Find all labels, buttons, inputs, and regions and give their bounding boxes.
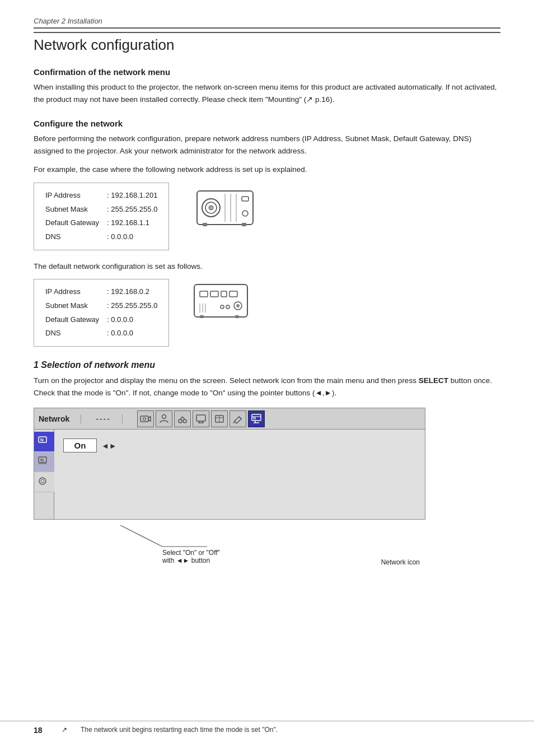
- svg-rect-21: [200, 315, 204, 318]
- svg-point-29: [179, 419, 182, 423]
- svg-rect-13: [210, 291, 218, 297]
- menu-left-icon-n3: [34, 472, 54, 492]
- menu-icon-tool: [174, 410, 191, 427]
- section-confirmation: Confirmation of the network menu When in…: [34, 67, 500, 105]
- menu-title: Netwrok: [39, 414, 81, 423]
- svg-point-28: [162, 414, 166, 418]
- svg-line-54: [120, 525, 162, 547]
- menu-body: N N: [34, 430, 425, 520]
- svg-rect-10: [242, 223, 246, 226]
- svg-text:N: N: [40, 458, 44, 463]
- example-network-row: IP Address : 192.168.1.201 Subnet Mask :…: [34, 183, 500, 250]
- default-intro: The default network configuration is set…: [34, 260, 500, 273]
- svg-point-17: [236, 304, 240, 307]
- menu-icon-pencil: [229, 410, 246, 427]
- svg-text:N: N: [40, 437, 44, 442]
- annotation-button-label: with ◄► button: [162, 557, 210, 564]
- svg-point-23: [221, 305, 224, 309]
- table-row: IP Address : 192.168.1.201: [43, 189, 160, 203]
- svg-point-53: [41, 479, 44, 483]
- menu-icons-row: N: [137, 410, 265, 427]
- svg-rect-14: [221, 291, 227, 297]
- annotation-select-label: Select "On" or "Off": [162, 549, 220, 557]
- configure-body1: Before performing the network configurat…: [34, 133, 500, 157]
- svg-point-52: [39, 478, 46, 484]
- svg-rect-12: [200, 291, 208, 297]
- svg-line-31: [180, 417, 182, 419]
- table-row: IP Address : 192.168.0.2: [43, 285, 160, 299]
- menu-top-bar: Netwrok ----: [34, 408, 425, 430]
- table-row: DNS : 0.0.0.0: [43, 326, 160, 340]
- menu-left-icon-n1: N: [34, 432, 54, 452]
- svg-line-40: [239, 417, 241, 419]
- annotation-svg: [34, 524, 425, 569]
- selection-body: Turn on the projector and display the me…: [34, 375, 500, 399]
- svg-point-8: [242, 211, 248, 216]
- svg-line-32: [182, 417, 185, 419]
- confirmation-body: When installing this product to the proj…: [34, 81, 500, 105]
- menu-main-content: On ◄►: [54, 430, 425, 520]
- section-selection: 1 Selection of network menu Turn on the …: [34, 360, 500, 569]
- page-number: 18: [34, 726, 50, 735]
- projector-back-illustration: [191, 279, 256, 324]
- annotation-select-text: Select "On" or "Off" with ◄► button: [162, 549, 220, 564]
- menu-icon-camera: [137, 410, 154, 427]
- select-bold: SELECT: [419, 376, 448, 385]
- table-row: Default Gateway : 192.168.1.1: [43, 216, 160, 230]
- menu-screenshot-container: Netwrok ----: [34, 408, 425, 569]
- table-row: Default Gateway : 0.0.0.0: [43, 313, 160, 327]
- svg-rect-33: [196, 415, 205, 421]
- svg-rect-11: [194, 284, 247, 317]
- table-row: DNS : 0.0.0.0: [43, 230, 160, 244]
- menu-screenshot: Netwrok ----: [34, 408, 425, 520]
- default-network-box: IP Address : 192.168.0.2 Subnet Mask : 2…: [34, 279, 169, 347]
- example-network-box: IP Address : 192.168.1.201 Subnet Mask :…: [34, 183, 169, 250]
- menu-icon-network: N: [248, 410, 265, 427]
- menu-dashes: ----: [96, 414, 123, 423]
- footnote-icon: ↗: [62, 726, 67, 734]
- menu-left-icon-n2: N: [34, 452, 54, 472]
- svg-marker-26: [148, 417, 151, 421]
- section-configure: Configure the network Before performing …: [34, 119, 500, 347]
- svg-rect-7: [242, 197, 249, 201]
- footnote-text: The network unit begins restarting each …: [81, 726, 278, 734]
- selection-heading: 1 Selection of network menu: [34, 360, 500, 370]
- svg-rect-25: [140, 416, 148, 422]
- menu-left-icons: N N: [34, 430, 54, 520]
- default-network-row: IP Address : 192.168.0.2 Subnet Mask : 2…: [34, 279, 500, 347]
- svg-text:N: N: [253, 416, 256, 420]
- footnote-area: 18 ↗ The network unit begins restarting …: [0, 721, 534, 739]
- projector-front-illustration: [191, 183, 264, 230]
- configure-heading: Configure the network: [34, 119, 500, 128]
- menu-icon-display: [193, 410, 209, 427]
- svg-rect-9: [203, 223, 207, 226]
- annotation-network-icon-label: Network icon: [381, 558, 420, 566]
- page-title: Network configuration: [34, 32, 500, 54]
- configure-body2: For example, the case where the followin…: [34, 164, 500, 176]
- svg-point-30: [183, 419, 186, 423]
- table-row: Subnet Mask : 255.255.255.0: [43, 203, 160, 217]
- annotation-area: Select "On" or "Off" with ◄► button Netw…: [34, 524, 425, 569]
- menu-on-row: On ◄►: [63, 438, 416, 452]
- menu-icon-box8: [211, 410, 228, 427]
- svg-rect-15: [229, 291, 237, 297]
- menu-arrow-indicator: ◄►: [101, 441, 117, 450]
- svg-point-27: [143, 417, 146, 420]
- chapter-label: Chapter 2 Installation: [34, 17, 500, 25]
- confirmation-heading: Confirmation of the network menu: [34, 67, 500, 77]
- svg-rect-22: [235, 315, 239, 318]
- table-row: Subnet Mask : 255.255.255.0: [43, 299, 160, 313]
- svg-point-24: [226, 305, 229, 309]
- svg-point-3: [209, 206, 213, 210]
- menu-on-label: On: [63, 438, 97, 452]
- menu-icon-person: [156, 410, 172, 427]
- svg-line-41: [233, 421, 235, 423]
